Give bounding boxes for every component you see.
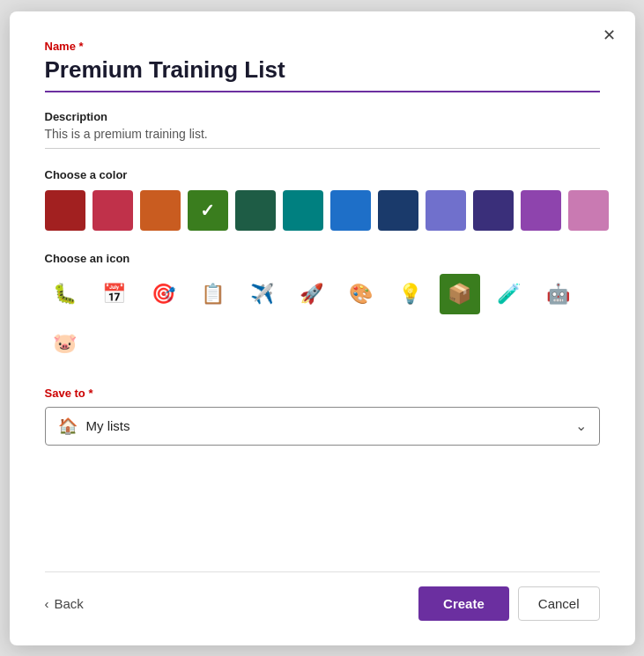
box-icon[interactable]: 📦 xyxy=(440,274,480,314)
save-to-value: My lists xyxy=(86,418,130,433)
color-swatch-indigo[interactable] xyxy=(473,190,514,231)
color-swatch-dark-blue[interactable] xyxy=(378,190,418,231)
calendar-icon[interactable]: 📅 xyxy=(94,274,135,314)
color-swatch-pink[interactable] xyxy=(568,190,609,231)
create-list-dialog: ✕ Name * Premium Training List Descripti… xyxy=(10,11,635,645)
icon-section-label: Choose an icon xyxy=(45,252,600,265)
color-swatch-dark-red[interactable] xyxy=(45,190,85,231)
palette-icon[interactable]: 🎨 xyxy=(341,274,381,314)
footer: ‹ Back Create Cancel xyxy=(45,571,600,621)
color-swatch-purple[interactable] xyxy=(521,190,561,231)
bug-icon[interactable]: 🐛 xyxy=(45,274,85,314)
color-swatch-teal[interactable] xyxy=(283,190,323,231)
save-to-dropdown[interactable]: 🏠 My lists ⌄ xyxy=(45,407,600,446)
rocket-icon[interactable]: 🚀 xyxy=(292,274,332,314)
footer-actions: Create Cancel xyxy=(418,586,599,621)
piggy-icon[interactable]: 🐷 xyxy=(45,323,85,364)
chevron-down-icon: ⌄ xyxy=(575,417,587,434)
target-icon[interactable]: 🎯 xyxy=(144,274,184,314)
plane-icon[interactable]: ✈️ xyxy=(242,274,283,314)
color-picker xyxy=(45,190,600,231)
color-swatch-dark-green[interactable] xyxy=(235,190,276,231)
flask-icon[interactable]: 🧪 xyxy=(489,274,529,314)
color-swatch-green[interactable] xyxy=(188,190,228,231)
description-label: Description xyxy=(45,110,600,123)
name-label: Name * xyxy=(45,40,600,53)
color-section-label: Choose a color xyxy=(45,168,600,181)
color-swatch-blue[interactable] xyxy=(330,190,371,231)
clipboard-icon[interactable]: 📋 xyxy=(193,274,233,314)
home-icon: 🏠 xyxy=(58,416,78,436)
back-chevron-icon: ‹ xyxy=(45,596,49,611)
icon-picker: 🐛📅🎯📋✈️🚀🎨💡📦🧪🤖🐷 xyxy=(45,274,600,364)
save-to-label: Save to * xyxy=(45,387,600,400)
color-swatch-crimson[interactable] xyxy=(93,190,133,231)
create-button[interactable]: Create xyxy=(418,586,509,621)
color-swatch-orange[interactable] xyxy=(140,190,181,231)
cancel-button[interactable]: Cancel xyxy=(518,586,600,621)
description-field[interactable]: This is a premium training list. xyxy=(45,127,600,149)
name-field[interactable]: Premium Training List xyxy=(45,56,600,92)
bulb-icon[interactable]: 💡 xyxy=(390,274,431,314)
color-swatch-lavender[interactable] xyxy=(426,190,466,231)
back-label: Back xyxy=(55,596,84,611)
robot-icon[interactable]: 🤖 xyxy=(538,274,579,314)
back-button[interactable]: ‹ Back xyxy=(45,596,84,611)
close-button[interactable]: ✕ xyxy=(603,27,616,43)
